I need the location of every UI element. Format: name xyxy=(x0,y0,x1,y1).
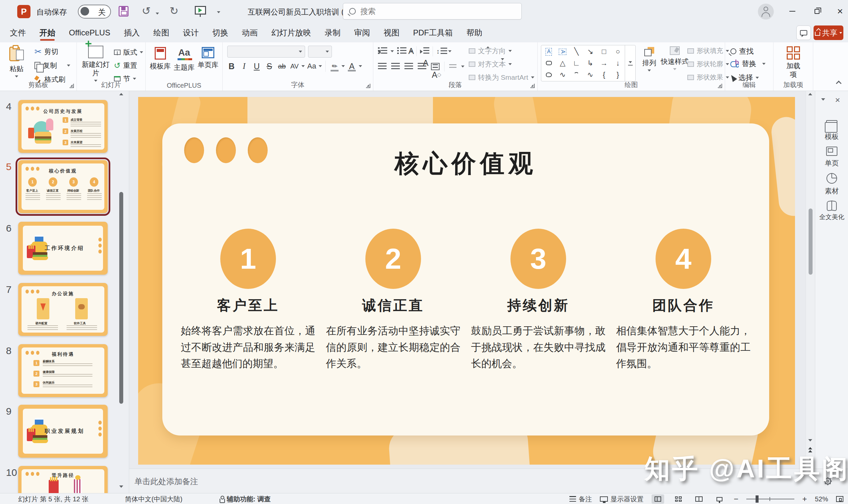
autosave-toggle[interactable]: 关 xyxy=(78,5,111,19)
sidebar-close-icon[interactable]: × xyxy=(835,95,840,105)
shape-elbow-arrow-icon[interactable]: ↳ xyxy=(583,58,597,69)
close-button[interactable]: × xyxy=(833,5,847,17)
start-slideshow-icon[interactable] xyxy=(195,6,206,15)
shape-line-icon[interactable]: ╲ xyxy=(569,46,583,58)
value-column-3[interactable]: 3 持续创新 鼓励员工勇于尝试新事物，敢于挑战现状，在失败中寻找成长的机会。 xyxy=(466,229,611,372)
value-name[interactable]: 客户至上 xyxy=(217,296,279,315)
font-size-combo[interactable] xyxy=(308,46,332,58)
value-name[interactable]: 团队合作 xyxy=(652,296,714,315)
highlight-chevron-icon[interactable] xyxy=(342,65,345,67)
display-settings-button[interactable]: 显示器设置 xyxy=(600,495,644,504)
tab-file[interactable]: 文件 xyxy=(10,23,26,42)
clipboard-dialog-launcher[interactable] xyxy=(70,84,74,88)
value-description[interactable]: 在所有业务活动中坚持诚实守信的原则，建立长期稳定的合作关系。 xyxy=(326,323,461,372)
slide-thumbnail-6[interactable]: 工作环境介绍 xyxy=(18,222,108,275)
shape-left-brace-icon[interactable]: { xyxy=(597,69,611,80)
value-column-1[interactable]: 1 客户至上 始终将客户需求放在首位，通过不断改进产品和服务来满足甚至超越他们的… xyxy=(176,229,321,372)
bullets-chevron-icon[interactable] xyxy=(391,50,394,52)
add-remove-columns-icon[interactable] xyxy=(449,64,456,69)
highlight-button[interactable]: ✎ xyxy=(329,60,340,72)
font-name-combo[interactable] xyxy=(227,46,305,58)
sidebar-item-assets[interactable]: 素材 xyxy=(815,173,848,196)
slide-thumbnail-8[interactable]: 福利待遇 1 薪酬体系 2 健康保障 3 休闲娱乐 xyxy=(18,344,108,397)
columns-chevron-icon[interactable] xyxy=(461,66,464,68)
value-description[interactable]: 相信集体智慧大于个人能力，倡导开放沟通和平等尊重的工作氛围。 xyxy=(616,323,750,372)
search-input[interactable] xyxy=(360,7,506,16)
numbering-icon[interactable] xyxy=(397,47,406,55)
reset-button[interactable]: ↺ 重置 xyxy=(114,61,137,70)
slide-editing-area[interactable]: 核心价值观 1 客户至上 始终将客户需求放在首位，通过不断改进产品和服务来满足甚… xyxy=(138,97,795,465)
justify-icon[interactable] xyxy=(418,63,426,70)
font-color-button[interactable]: A xyxy=(346,60,358,72)
bold-button[interactable]: B xyxy=(226,60,237,72)
notes-placeholder[interactable]: 单击此处添加备注 xyxy=(135,476,198,487)
slide-thumbnail-7[interactable]: 办公设施 硬件配置 软件工具 xyxy=(18,283,108,336)
shape-textbox-icon[interactable]: A xyxy=(546,48,552,56)
slide-sorter-view-button[interactable] xyxy=(672,494,685,504)
slide-counter[interactable]: 幻灯片 第 5 张, 共 12 张 xyxy=(18,495,88,504)
align-text-button[interactable]: 对齐文本 xyxy=(469,59,512,69)
quick-styles-button[interactable]: 快速样式 xyxy=(661,46,689,70)
save-icon[interactable] xyxy=(119,6,128,17)
strike-ab-button[interactable]: ab xyxy=(276,60,288,72)
tab-draw[interactable]: 绘图 xyxy=(153,23,169,42)
main-scroll-up-icon[interactable] xyxy=(808,93,812,95)
italic-button[interactable]: I xyxy=(239,60,250,72)
shape-rectangle-icon[interactable]: □ xyxy=(597,46,611,58)
slide-thumbnail-4[interactable]: 公司历史与发展 1 成立背景 2 发展历程 3 未来展望 xyxy=(18,100,108,153)
value-column-4[interactable]: 4 团队合作 相信集体智慧大于个人能力，倡导开放沟通和平等尊重的工作氛围。 xyxy=(611,229,756,372)
zoom-out-button[interactable]: − xyxy=(734,494,738,504)
tab-transitions[interactable]: 切换 xyxy=(212,23,228,42)
thumbnail-scrollbar-thumb[interactable] xyxy=(119,192,123,404)
comments-button[interactable] xyxy=(796,25,811,40)
slide-thumbnail-10[interactable]: 晋升路径 xyxy=(18,466,108,493)
reading-view-button[interactable] xyxy=(693,494,705,504)
zoom-in-button[interactable]: + xyxy=(802,494,807,504)
avatar[interactable] xyxy=(758,4,774,19)
columns-icon[interactable] xyxy=(431,63,439,70)
share-button[interactable]: 共享 xyxy=(814,25,843,40)
increase-indent-icon[interactable] xyxy=(420,47,429,55)
minimize-button[interactable] xyxy=(786,5,799,17)
align-right-icon[interactable] xyxy=(404,63,413,70)
language-indicator[interactable]: 简体中文(中国大陆) xyxy=(125,495,182,504)
main-scroll-down-icon[interactable] xyxy=(808,439,812,442)
tab-help[interactable]: 帮助 xyxy=(466,23,482,42)
replace-button[interactable]: bc 替换 xyxy=(730,59,765,69)
addins-button[interactable]: 加载项 xyxy=(785,46,802,79)
text-direction-button[interactable]: 文字方向 xyxy=(469,46,512,56)
copy-button[interactable]: 复制 xyxy=(34,61,70,70)
align-center-icon[interactable] xyxy=(391,63,400,70)
shape-fill-button[interactable]: 形状填充 xyxy=(687,46,729,55)
qat-customize-chevron-icon[interactable] xyxy=(217,11,220,13)
find-button[interactable]: 查找 xyxy=(730,46,754,56)
drawing-dialog-launcher[interactable] xyxy=(718,84,722,88)
paragraph-dialog-launcher[interactable] xyxy=(530,84,535,88)
shape-down-arrow-icon[interactable]: ↓ xyxy=(611,58,625,69)
tab-view[interactable]: 视图 xyxy=(384,23,399,42)
tab-record[interactable]: 录制 xyxy=(325,23,341,42)
line-spacing-button[interactable]: ↕ xyxy=(436,48,451,55)
shape-curve-icon[interactable]: ∿ xyxy=(583,69,597,80)
value-name[interactable]: 诚信正直 xyxy=(362,296,424,315)
font-dialog-launcher[interactable] xyxy=(366,84,370,88)
shape-oval-icon[interactable]: ○ xyxy=(611,46,625,58)
slide-thumbnail-9[interactable]: 职业发展规划 xyxy=(18,405,108,458)
zoom-level[interactable]: 52% xyxy=(815,496,828,503)
slideshow-view-button[interactable] xyxy=(713,494,726,504)
underline-button[interactable]: U xyxy=(251,60,262,72)
main-scrollbar[interactable] xyxy=(806,91,815,469)
zoom-slider-thumb[interactable] xyxy=(756,496,759,503)
change-case-button[interactable]: Aa xyxy=(306,60,317,72)
scroll-up-icon[interactable] xyxy=(119,93,123,95)
slide-content-card[interactable]: 核心价值观 1 客户至上 始终将客户需求放在首位，通过不断改进产品和服务来满足甚… xyxy=(162,123,769,435)
numbering-chevron-icon[interactable] xyxy=(410,50,413,52)
arrange-button[interactable]: 排列 xyxy=(639,46,659,71)
sidebar-item-single-page[interactable]: 单页 xyxy=(815,147,848,168)
notes-toggle-button[interactable]: 备注 xyxy=(569,495,592,504)
shape-arc-icon[interactable] xyxy=(574,72,579,77)
theme-library-button[interactable]: Aa 主题库 xyxy=(173,47,195,72)
tab-design[interactable]: 设计 xyxy=(183,23,199,42)
shape-arrow-icon[interactable]: ↘ xyxy=(583,46,597,58)
value-column-2[interactable]: 2 诚信正直 在所有业务活动中坚持诚实守信的原则，建立长期稳定的合作关系。 xyxy=(321,229,466,372)
